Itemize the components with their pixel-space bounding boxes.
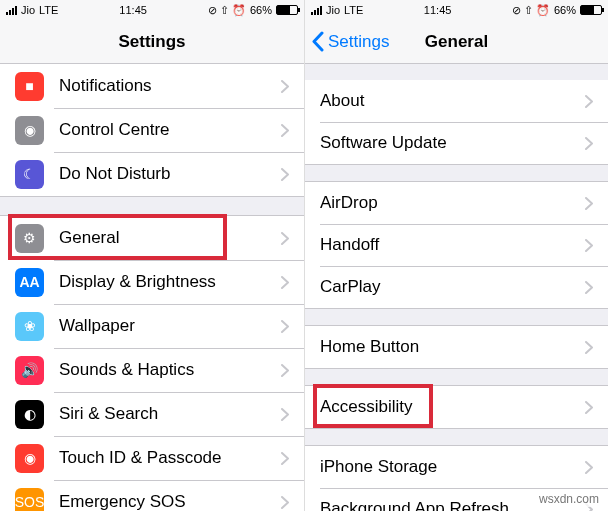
chevron-right-icon: [281, 80, 289, 93]
row-general[interactable]: ⚙General: [0, 216, 304, 260]
status-bar: Jio LTE 11:45 ⊘ ⇧ ⏰ 66%: [0, 0, 304, 20]
network-label: LTE: [39, 4, 58, 16]
general-screen: Jio LTE 11:45 ⊘ ⇧ ⏰ 66% Settings General…: [304, 0, 608, 511]
chevron-right-icon: [585, 95, 593, 108]
alarm-icon: ⊘ ⇧ ⏰: [512, 4, 550, 17]
alarm-icon: ⊘ ⇧ ⏰: [208, 4, 246, 17]
clock-label: 11:45: [119, 4, 147, 16]
chevron-right-icon: [281, 124, 289, 137]
row-touch-id-passcode[interactable]: ◉Touch ID & Passcode: [0, 436, 304, 480]
row-display-brightness[interactable]: AADisplay & Brightness: [0, 260, 304, 304]
row-siri-search[interactable]: ◐Siri & Search: [0, 392, 304, 436]
row-label: Handoff: [320, 235, 585, 255]
row-wallpaper[interactable]: ❀Wallpaper: [0, 304, 304, 348]
chevron-right-icon: [585, 137, 593, 150]
row-label: Control Centre: [59, 120, 281, 140]
nav-bar: Settings: [0, 20, 304, 64]
chevron-right-icon: [585, 401, 593, 414]
page-title: General: [425, 32, 488, 52]
sos-icon: SOS: [15, 488, 44, 512]
row-label: iPhone Storage: [320, 457, 585, 477]
chevron-right-icon: [585, 197, 593, 210]
back-label: Settings: [328, 32, 389, 52]
row-home-button[interactable]: Home Button: [305, 326, 608, 368]
watermark: wsxdn.com: [536, 491, 602, 507]
row-label: AirDrop: [320, 193, 585, 213]
battery-icon: [276, 5, 298, 15]
row-label: About: [320, 91, 585, 111]
general-list[interactable]: AboutSoftware UpdateAirDropHandoffCarPla…: [305, 64, 608, 511]
chevron-right-icon: [281, 168, 289, 181]
chevron-right-icon: [585, 281, 593, 294]
chevron-right-icon: [585, 461, 593, 474]
chevron-right-icon: [281, 364, 289, 377]
row-iphone-storage[interactable]: iPhone Storage: [305, 446, 608, 488]
battery-icon: [580, 5, 602, 15]
row-about[interactable]: About: [305, 80, 608, 122]
row-emergency-sos[interactable]: SOSEmergency SOS: [0, 480, 304, 511]
chevron-right-icon: [281, 452, 289, 465]
chevron-right-icon: [585, 341, 593, 354]
row-label: Notifications: [59, 76, 281, 96]
carrier-label: Jio: [326, 4, 340, 16]
nav-bar: Settings General: [305, 20, 608, 64]
row-carplay[interactable]: CarPlay: [305, 266, 608, 308]
chevron-right-icon: [585, 239, 593, 252]
row-label: Emergency SOS: [59, 492, 281, 511]
carrier-label: Jio: [21, 4, 35, 16]
touchid-icon: ◉: [15, 444, 44, 473]
general-icon: ⚙: [15, 224, 44, 253]
siri-icon: ◐: [15, 400, 44, 429]
back-button[interactable]: Settings: [311, 20, 389, 63]
row-label: Display & Brightness: [59, 272, 281, 292]
chevron-right-icon: [281, 320, 289, 333]
row-label: Sounds & Haptics: [59, 360, 281, 380]
page-title: Settings: [118, 32, 185, 52]
network-label: LTE: [344, 4, 363, 16]
display-icon: AA: [15, 268, 44, 297]
row-handoff[interactable]: Handoff: [305, 224, 608, 266]
row-label: Siri & Search: [59, 404, 281, 424]
row-label: Do Not Disturb: [59, 164, 281, 184]
row-control-centre[interactable]: ◉Control Centre: [0, 108, 304, 152]
row-sounds-haptics[interactable]: 🔊Sounds & Haptics: [0, 348, 304, 392]
settings-list[interactable]: ■Notifications◉Control Centre☾Do Not Dis…: [0, 64, 304, 511]
sounds-icon: 🔊: [15, 356, 44, 385]
clock-label: 11:45: [424, 4, 452, 16]
row-accessibility[interactable]: Accessibility: [305, 386, 608, 428]
chevron-right-icon: [281, 496, 289, 509]
chevron-right-icon: [281, 232, 289, 245]
row-label: Touch ID & Passcode: [59, 448, 281, 468]
row-do-not-disturb[interactable]: ☾Do Not Disturb: [0, 152, 304, 196]
signal-icon: [311, 5, 322, 15]
row-label: General: [59, 228, 281, 248]
chevron-left-icon: [311, 31, 324, 52]
battery-pct-label: 66%: [554, 4, 576, 16]
chevron-right-icon: [281, 408, 289, 421]
control-centre-icon: ◉: [15, 116, 44, 145]
row-label: Software Update: [320, 133, 585, 153]
notifications-icon: ■: [15, 72, 44, 101]
row-label: Home Button: [320, 337, 585, 357]
row-label: CarPlay: [320, 277, 585, 297]
status-bar: Jio LTE 11:45 ⊘ ⇧ ⏰ 66%: [305, 0, 608, 20]
row-notifications[interactable]: ■Notifications: [0, 64, 304, 108]
battery-pct-label: 66%: [250, 4, 272, 16]
dnd-icon: ☾: [15, 160, 44, 189]
wallpaper-icon: ❀: [15, 312, 44, 341]
row-label: Wallpaper: [59, 316, 281, 336]
signal-icon: [6, 5, 17, 15]
settings-screen: Jio LTE 11:45 ⊘ ⇧ ⏰ 66% Settings ■Notifi…: [0, 0, 304, 511]
row-software-update[interactable]: Software Update: [305, 122, 608, 164]
row-airdrop[interactable]: AirDrop: [305, 182, 608, 224]
chevron-right-icon: [281, 276, 289, 289]
row-label: Accessibility: [320, 397, 585, 417]
